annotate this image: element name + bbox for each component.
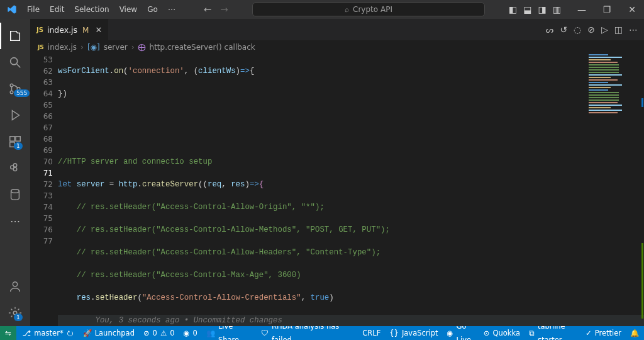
menu-selection[interactable]: Selection (70, 3, 113, 16)
rocket-icon: 🚀 (83, 326, 92, 340)
split-icon[interactable]: ◫ (614, 25, 623, 35)
editor-actions: ᔕ ↺ ◌ ⊘ ▷ ◫ ⋯ (546, 19, 644, 40)
activity-bar: 555 1 ⋯ 1 (0, 19, 30, 326)
nav-forward-icon[interactable]: → (220, 4, 228, 15)
js-file-icon: JS (36, 26, 43, 33)
code-editor[interactable]: 53 62 63 64 65 66 67 68 69 70 71 72 73 7… (30, 54, 644, 326)
scm-badge: 555 (14, 89, 30, 97)
run-icon[interactable]: ▷ (601, 25, 608, 35)
status-eol[interactable]: CRLF (362, 326, 380, 340)
editor-more-icon[interactable]: ⋯ (629, 25, 638, 35)
line-gutter: 53 62 63 64 65 66 67 68 69 70 71 72 73 7… (30, 54, 58, 326)
status-bell-icon[interactable]: 🔔 (630, 326, 639, 340)
git-blame-annotation: You, 3 seconds ago • Uncommitted changes (96, 316, 282, 325)
layout-bottom-icon[interactable]: ⬓ (523, 4, 531, 14)
tab-filename: index.js (47, 25, 77, 35)
menu-file[interactable]: File (23, 3, 44, 16)
breadcrumbs[interactable]: JS index.js › [◉] server › ⨁ http.create… (30, 40, 644, 54)
check-icon: ✓ (586, 326, 592, 340)
nav-back-icon[interactable]: ← (204, 4, 212, 15)
breadcrumb-var-icon: [◉] (87, 43, 100, 52)
breadcrumb-sep-icon: › (131, 43, 135, 52)
code-content[interactable]: wsForClient.on('connection', (clientWs)=… (58, 54, 644, 326)
braces-icon: {} (389, 326, 399, 340)
editor-area: JS index.js M ✕ ᔕ ↺ ◌ ⊘ ▷ ◫ ⋯ JS index.j… (30, 19, 644, 326)
status-branch[interactable]: ⎇master*⭮ (23, 326, 74, 340)
status-prettier[interactable]: ✓Prettier (586, 326, 621, 340)
svg-point-11 (13, 282, 17, 286)
activity-database-icon[interactable] (0, 181, 30, 208)
radio-icon: ◉ (184, 326, 190, 340)
tab-modified-badge: M (82, 26, 89, 35)
tab-bar: JS index.js M ✕ ᔕ ↺ ◌ ⊘ ▷ ◫ ⋯ (30, 19, 644, 40)
menu-edit[interactable]: Edit (45, 3, 69, 16)
error-icon: ⊘ (143, 326, 150, 340)
svg-point-2 (10, 91, 13, 94)
activity-account-icon[interactable] (0, 273, 30, 300)
activity-extensions-icon[interactable]: 1 (0, 128, 30, 155)
remote-indicator-icon[interactable]: ⇋ (0, 326, 16, 340)
status-language[interactable]: {}JavaScript (389, 326, 438, 340)
activity-debug-icon[interactable] (0, 102, 30, 128)
overview-ruler-add (641, 243, 643, 319)
broadcast-icon: ◉ (447, 326, 453, 340)
tab-close-icon[interactable]: ✕ (95, 25, 102, 35)
search-icon: ⌕ (345, 5, 349, 14)
activity-explorer-icon[interactable] (0, 23, 30, 49)
status-bar: ⇋ ⎇master*⭮ 🚀Launchpad ⊘0 ⚠0 ◉0 👥Live Sh… (0, 326, 644, 340)
shield-icon: 🛡 (261, 326, 269, 340)
svg-rect-4 (10, 137, 14, 141)
liveshare-icon: 👥 (206, 326, 215, 340)
menubar: File Edit Selection View Go ⋯ (23, 3, 180, 16)
tab-index-js[interactable]: JS index.js M ✕ (30, 19, 109, 40)
branch-icon: ⎇ (23, 326, 31, 340)
activity-settings-icon[interactable]: 1 (0, 300, 30, 326)
menu-view[interactable]: View (115, 3, 142, 16)
workbench: 555 1 ⋯ 1 JS index.js M (0, 19, 644, 326)
warning-icon: ⚠ (160, 326, 167, 340)
svg-point-10 (11, 190, 19, 193)
vscode-logo-icon (6, 4, 18, 15)
quokka-icon: ⊙ (484, 326, 490, 340)
overview-ruler-mod (641, 98, 643, 107)
tabnine-icon: ⧉ (529, 326, 535, 340)
settings-badge: 1 (14, 314, 23, 321)
svg-point-0 (11, 58, 18, 65)
status-ports[interactable]: ◉0 (184, 326, 197, 340)
window-restore-icon[interactable]: ❐ (596, 0, 618, 19)
diff-icon[interactable]: ⊘ (587, 25, 595, 35)
sync-icon[interactable]: ↺ (560, 25, 567, 35)
activity-more-icon[interactable]: ⋯ (0, 208, 30, 234)
sync-icon[interactable]: ⭮ (67, 326, 74, 340)
breadcrumb-callback[interactable]: http.createServer() callback (150, 43, 255, 52)
breadcrumb-server[interactable]: server (104, 43, 128, 52)
activity-figma-icon[interactable] (0, 155, 30, 181)
status-problems[interactable]: ⊘0 ⚠0 (143, 326, 175, 340)
menu-go[interactable]: Go (143, 3, 162, 16)
window-minimize-icon[interactable]: — (571, 0, 592, 19)
layout-left-icon[interactable]: ◧ (509, 4, 517, 14)
breadcrumb-func-icon: ⨁ (138, 43, 146, 52)
title-bar: File Edit Selection View Go ⋯ ← → ⌕ Cryp… (0, 0, 644, 19)
window-close-icon[interactable]: ✕ (621, 0, 643, 19)
breadcrumb-sep-icon: › (80, 43, 84, 52)
svg-rect-5 (16, 137, 20, 141)
activity-scm-icon[interactable]: 555 (0, 76, 30, 102)
menu-more-icon[interactable]: ⋯ (164, 3, 180, 16)
compare-icon[interactable]: ᔕ (546, 25, 553, 35)
command-center[interactable]: ⌕ Crypto API (252, 3, 485, 16)
activity-search-icon[interactable] (0, 49, 30, 76)
svg-point-1 (10, 84, 13, 87)
status-quokka[interactable]: ⊙Quokka (484, 326, 520, 340)
breadcrumb-file[interactable]: index.js (48, 43, 77, 52)
extensions-badge: 1 (14, 142, 23, 150)
status-launchpad[interactable]: 🚀Launchpad (83, 326, 135, 340)
history-icon[interactable]: ◌ (574, 25, 581, 35)
breadcrumb-js-icon: JS (38, 44, 44, 50)
svg-point-9 (11, 166, 14, 169)
layout-custom-icon[interactable]: ▥ (553, 4, 561, 14)
layout-right-icon[interactable]: ◨ (538, 4, 547, 14)
command-center-text: Crypto API (353, 5, 392, 14)
